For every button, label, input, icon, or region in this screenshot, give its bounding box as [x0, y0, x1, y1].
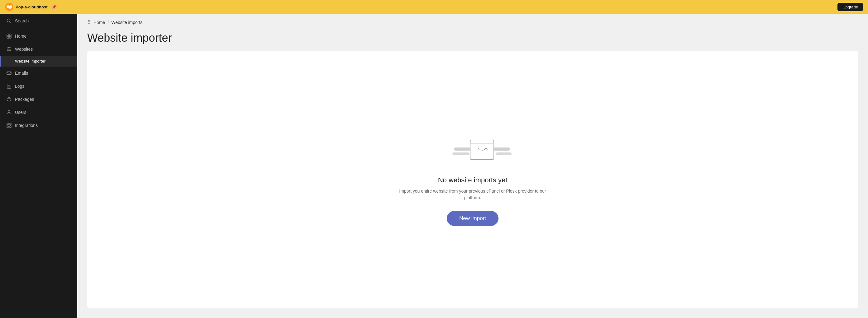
sidebar-emails-label: Emails	[15, 71, 71, 76]
topbar: Pop-a-cloudhost 📌 Upgrade	[0, 0, 868, 14]
page-title: Website importer	[77, 28, 868, 51]
sidebar-item-logs[interactable]: Logs	[0, 80, 77, 93]
sidebar-item-packages[interactable]: Packages	[0, 93, 77, 106]
empty-state-title: No website imports yet	[438, 176, 507, 184]
new-import-button[interactable]: New import	[447, 211, 498, 226]
sidebar-integrations-label: Integrations	[15, 123, 71, 128]
svg-rect-8	[7, 36, 9, 38]
packages-icon	[6, 97, 12, 102]
breadcrumb-separator: /	[107, 20, 109, 25]
svg-rect-21	[7, 123, 8, 125]
pin-icon: 📌	[52, 4, 57, 9]
grid-icon	[6, 33, 12, 39]
sidebar-websites-label: Websites	[15, 47, 65, 51]
illustration-svg	[448, 133, 516, 167]
main-layout: Search Home Web	[0, 14, 868, 318]
sidebar-item-emails[interactable]: Emails	[0, 67, 77, 80]
websites-icon	[6, 46, 12, 52]
logo-text: Pop-a-cloudhost	[16, 5, 48, 9]
svg-rect-31	[453, 152, 469, 155]
sidebar: Search Home Web	[0, 14, 77, 318]
content-area: ⠿ Home / Website imports Website importe…	[77, 14, 868, 318]
empty-state-description: Import you entire website from your prev…	[398, 188, 548, 201]
sidebar-users-label: Users	[15, 110, 71, 115]
email-icon	[6, 70, 12, 76]
empty-state-illustration	[448, 133, 498, 167]
svg-line-5	[10, 22, 11, 23]
svg-rect-24	[10, 126, 11, 128]
upgrade-button[interactable]: Upgrade	[837, 3, 863, 11]
logo: Pop-a-cloudhost	[5, 2, 48, 11]
svg-rect-33	[470, 140, 494, 159]
svg-rect-22	[10, 123, 11, 125]
search-icon	[6, 18, 12, 24]
chevron-up-icon: ⌄	[68, 47, 71, 51]
empty-state-card: No website imports yet Import you entire…	[87, 51, 858, 308]
sidebar-item-home[interactable]: Home	[0, 30, 77, 43]
breadcrumb-home-link[interactable]: Home	[93, 20, 105, 25]
search-label: Search	[15, 19, 71, 23]
sidebar-item-users[interactable]: Users	[0, 106, 77, 119]
svg-point-20	[8, 110, 10, 112]
logs-icon	[6, 83, 12, 89]
breadcrumb: ⠿ Home / Website imports	[77, 14, 868, 28]
sidebar-logs-label: Logs	[15, 84, 71, 89]
sidebar-packages-label: Packages	[15, 97, 71, 102]
sidebar-search[interactable]: Search	[0, 14, 77, 28]
sidebar-website-importer-label: Website importer	[15, 59, 71, 64]
svg-rect-9	[9, 36, 11, 38]
sidebar-item-integrations[interactable]: Integrations	[0, 119, 77, 132]
integrations-icon	[6, 122, 12, 128]
svg-rect-7	[9, 34, 11, 36]
svg-rect-6	[7, 34, 9, 36]
sidebar-home-label: Home	[15, 34, 71, 39]
svg-point-3	[10, 5, 12, 8]
svg-rect-32	[496, 152, 512, 155]
svg-rect-23	[7, 126, 8, 128]
breadcrumb-dots-icon: ⠿	[87, 19, 91, 25]
breadcrumb-current: Website imports	[111, 20, 143, 25]
sidebar-item-website-importer[interactable]: Website importer	[0, 56, 77, 67]
users-icon	[6, 109, 12, 115]
topbar-right: Upgrade	[837, 3, 863, 11]
logo-icon	[5, 2, 14, 11]
sidebar-item-websites[interactable]: Websites ⌄	[0, 43, 77, 56]
